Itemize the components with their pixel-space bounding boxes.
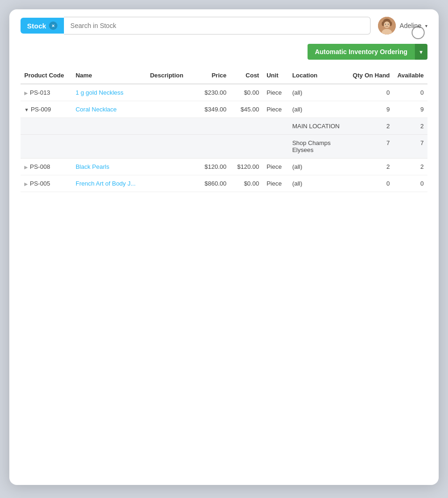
col-header-unit: Unit bbox=[263, 67, 288, 84]
auto-order-label: Automatic Inventory Ordering bbox=[315, 48, 407, 55]
col-header-product-code: Product Code bbox=[21, 67, 72, 84]
cell-price: $349.00 bbox=[193, 101, 230, 118]
user-dropdown-arrow: ▾ bbox=[425, 23, 427, 28]
header-bar: Stock × bbox=[21, 17, 427, 35]
sub-cell-empty4 bbox=[193, 118, 230, 135]
cell-name: 1 g gold Neckless bbox=[72, 84, 146, 101]
avatar-image bbox=[378, 17, 396, 35]
cell-location: (all) bbox=[288, 159, 349, 175]
auto-order-dropdown-button[interactable]: ▾ bbox=[415, 44, 427, 60]
cell-name: Black Pearls bbox=[72, 159, 146, 175]
svg-point-7 bbox=[385, 24, 386, 25]
avatar bbox=[378, 17, 396, 35]
sub-cell-available: 2 bbox=[393, 118, 427, 135]
col-header-qty: Qty On Hand bbox=[349, 67, 393, 84]
expand-arrow: ▶ bbox=[24, 181, 28, 187]
table-sub-row: MAIN LOCATION 2 2 bbox=[21, 118, 427, 135]
action-bar: Automatic Inventory Ordering ▾ bbox=[21, 44, 427, 60]
cell-name: French Art of Body J... bbox=[72, 175, 146, 192]
product-link[interactable]: 1 g gold Neckless bbox=[76, 89, 124, 96]
cell-description bbox=[146, 159, 193, 175]
svg-point-6 bbox=[384, 21, 390, 28]
cell-unit: Piece bbox=[263, 84, 288, 101]
sub-cell-empty2 bbox=[72, 135, 146, 159]
sub-cell-available: 7 bbox=[393, 135, 427, 159]
cell-unit: Piece bbox=[263, 159, 288, 175]
table-row: ▶PS-008 Black Pearls $120.00 $120.00 Pie… bbox=[21, 159, 427, 175]
product-link[interactable]: French Art of Body J... bbox=[76, 180, 136, 187]
cell-available: 0 bbox=[393, 175, 427, 192]
cell-available: 9 bbox=[393, 101, 427, 118]
stock-tag-label: Stock bbox=[27, 22, 46, 30]
auto-order-dropdown-icon: ▾ bbox=[420, 48, 423, 55]
cell-product-code: ▼PS-009 bbox=[21, 101, 72, 118]
auto-order-button[interactable]: Automatic Inventory Ordering bbox=[308, 44, 415, 60]
table-sub-row: Shop Champs Elysees 7 7 bbox=[21, 135, 427, 159]
sub-cell-empty6 bbox=[263, 118, 288, 135]
sub-cell-location: MAIN LOCATION bbox=[288, 118, 349, 135]
cell-qty: 0 bbox=[349, 84, 393, 101]
cell-location: (all) bbox=[288, 101, 349, 118]
col-header-location: Location bbox=[288, 67, 349, 84]
search-input[interactable] bbox=[64, 17, 371, 35]
expand-arrow: ▶ bbox=[24, 90, 28, 96]
product-link[interactable]: Black Pearls bbox=[76, 163, 109, 170]
table-body: ▶PS-013 1 g gold Neckless $230.00 $0.00 … bbox=[21, 84, 427, 192]
cell-price: $230.00 bbox=[193, 84, 230, 101]
sub-cell-empty5 bbox=[230, 118, 263, 135]
table-header: Product Code Name Description Price Cost… bbox=[21, 67, 427, 84]
product-link[interactable]: Coral Necklace bbox=[76, 106, 117, 113]
sub-cell-empty1 bbox=[21, 135, 72, 159]
stock-tag[interactable]: Stock × bbox=[21, 18, 64, 34]
sub-cell-qty: 7 bbox=[349, 135, 393, 159]
col-header-price: Price bbox=[193, 67, 230, 84]
cell-cost: $0.00 bbox=[230, 84, 263, 101]
expand-arrow: ▶ bbox=[24, 165, 28, 170]
stock-tag-close[interactable]: × bbox=[49, 21, 57, 30]
cell-available: 2 bbox=[393, 159, 427, 175]
cell-price: $860.00 bbox=[193, 175, 230, 192]
col-header-description: Description bbox=[146, 67, 193, 84]
sub-cell-empty2 bbox=[72, 118, 146, 135]
cell-location: (all) bbox=[288, 84, 349, 101]
user-area[interactable]: Adeline ▾ bbox=[378, 17, 427, 35]
sub-cell-qty: 2 bbox=[349, 118, 393, 135]
table-row: ▶PS-005 French Art of Body J... $860.00 … bbox=[21, 175, 427, 192]
col-header-name: Name bbox=[72, 67, 146, 84]
sub-cell-empty3 bbox=[146, 135, 193, 159]
cell-unit: Piece bbox=[263, 101, 288, 118]
cell-product-code: ▶PS-013 bbox=[21, 84, 72, 101]
browser-window: Stock × bbox=[9, 9, 439, 485]
cell-cost: $45.00 bbox=[230, 101, 263, 118]
sub-cell-empty6 bbox=[263, 135, 288, 159]
sub-cell-empty1 bbox=[21, 118, 72, 135]
sub-cell-empty4 bbox=[193, 135, 230, 159]
col-header-available: Available bbox=[393, 67, 427, 84]
col-header-cost: Cost bbox=[230, 67, 263, 84]
sub-cell-empty5 bbox=[230, 135, 263, 159]
cell-available: 0 bbox=[393, 84, 427, 101]
cell-qty: 0 bbox=[349, 175, 393, 192]
cell-description bbox=[146, 84, 193, 101]
cell-product-code: ▶PS-005 bbox=[21, 175, 72, 192]
svg-point-8 bbox=[388, 24, 389, 25]
user-name-label: Adeline bbox=[399, 22, 421, 29]
sub-cell-empty3 bbox=[146, 118, 193, 135]
cell-qty: 2 bbox=[349, 159, 393, 175]
cell-price: $120.00 bbox=[193, 159, 230, 175]
cell-cost: $120.00 bbox=[230, 159, 263, 175]
auto-order-btn-group: Automatic Inventory Ordering ▾ bbox=[308, 44, 427, 60]
cell-cost: $0.00 bbox=[230, 175, 263, 192]
cell-product-code: ▶PS-008 bbox=[21, 159, 72, 175]
expand-arrow[interactable]: ▼ bbox=[24, 107, 29, 112]
cell-description bbox=[146, 175, 193, 192]
inventory-table: Product Code Name Description Price Cost… bbox=[21, 67, 427, 192]
table-row: ▶PS-013 1 g gold Neckless $230.00 $0.00 … bbox=[21, 84, 427, 101]
table-row: ▼PS-009 Coral Necklace $349.00 $45.00 Pi… bbox=[21, 101, 427, 118]
cell-description bbox=[146, 101, 193, 118]
cell-qty: 9 bbox=[349, 101, 393, 118]
sub-cell-location: Shop Champs Elysees bbox=[288, 135, 349, 159]
cell-name: Coral Necklace bbox=[72, 101, 146, 118]
content-area: Stock × bbox=[9, 9, 439, 203]
cell-location: (all) bbox=[288, 175, 349, 192]
